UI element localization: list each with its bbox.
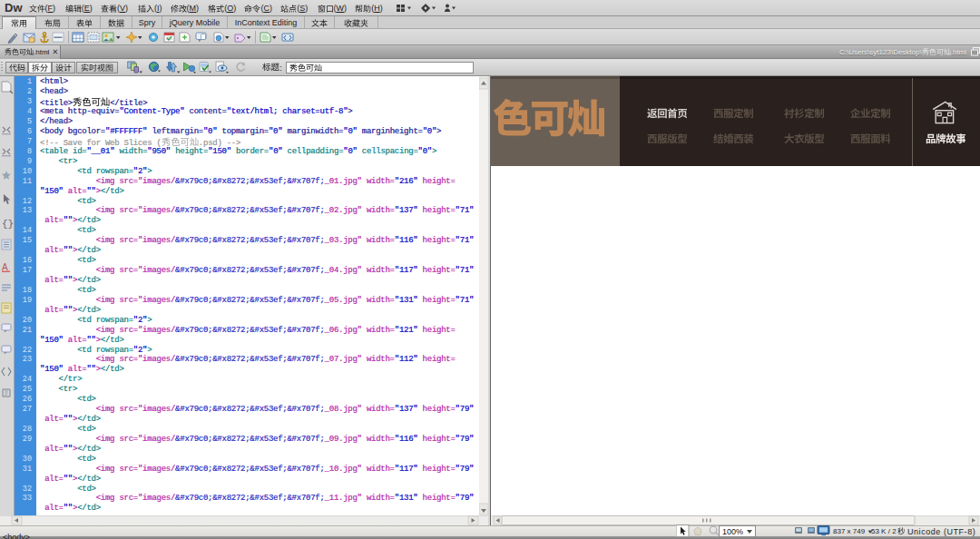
svg-text:A: A: [2, 262, 8, 272]
svg-text:{}: {}: [2, 219, 14, 230]
